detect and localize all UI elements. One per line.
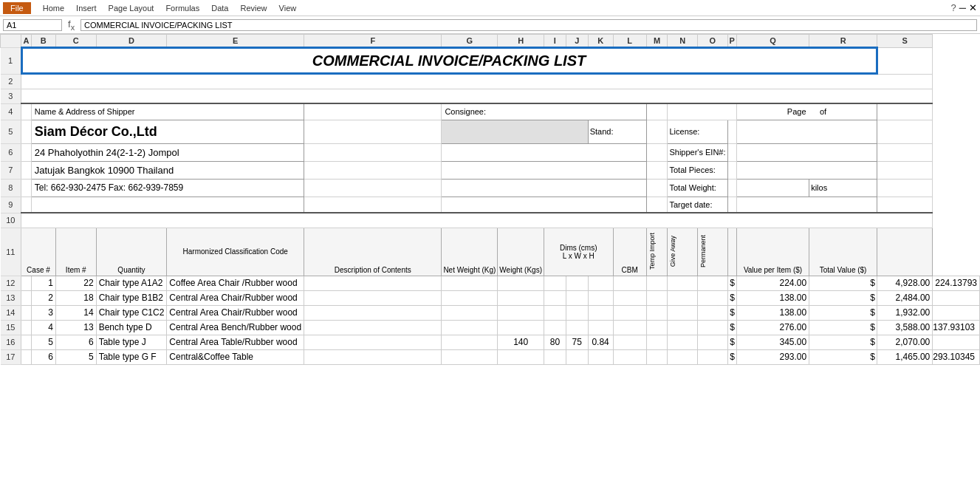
cell-description[interactable]: Coffee Area Chair /Rubber wood	[167, 276, 304, 290]
tab-formulas[interactable]: Formulas	[160, 2, 205, 14]
row-5: 5 Siam Décor Co.,Ltd Stand: License	[1, 120, 980, 143]
header-qty: Quantity	[96, 228, 167, 276]
cell-item[interactable]: 1	[31, 276, 55, 290]
spreadsheet: A B C D E F G H I J K L M N O P Q R S	[0, 34, 980, 365]
ein-value[interactable]	[736, 143, 877, 161]
row-2: 2	[1, 74, 980, 89]
header-weight: Weight (Kgs)	[498, 228, 544, 276]
col-E[interactable]: E	[167, 35, 304, 48]
name-box[interactable]	[3, 19, 62, 31]
row-7: 7 Jatujak Bangkok 10900 Thailand Total P…	[1, 161, 980, 179]
ein-label: Shipper's EIN#:	[668, 143, 727, 161]
col-A[interactable]: A	[21, 35, 32, 48]
table-row: 17 6 5 Table type G F Central&Coffee Tab…	[1, 349, 980, 364]
formula-icon: fx	[65, 18, 78, 32]
shipper-label: Name & Address of Shipper	[31, 103, 304, 120]
header-description: Description of Contents	[304, 228, 442, 276]
total-weight-label: Total Weight:	[668, 179, 727, 197]
header-harmonized: Harmonized Classification Code	[167, 228, 304, 276]
stand-label: Stand:	[588, 120, 646, 143]
title-cell[interactable]: COMMERCIAL INVOICE/PACKING LIST	[21, 47, 877, 74]
table-row: 12 1 22 Chair type A1A2 Coffee Area Chai…	[1, 276, 980, 290]
file-menu[interactable]: File	[3, 2, 31, 14]
page-label: Page of	[736, 103, 877, 120]
table-row: 16 5 6 Table type J Central Area Table/R…	[1, 335, 980, 349]
header-case: Case #	[21, 228, 56, 276]
table-row: 13 2 18 Chair type B1B2 Central Area Cha…	[1, 290, 980, 305]
col-P[interactable]: P	[727, 35, 736, 48]
col-H[interactable]: H	[498, 35, 544, 48]
header-temp-import: Temp Import	[646, 228, 668, 276]
cell-qty[interactable]: 22	[55, 276, 96, 290]
table-row: 15 4 13 Bench type D Central Area Bench/…	[1, 320, 980, 335]
shipper-name: Siam Décor Co.,Ltd	[31, 120, 304, 143]
shipper-tel: Tel: 662-930-2475 Fax: 662-939-7859	[31, 179, 304, 197]
col-M[interactable]: M	[646, 35, 668, 48]
header-total-value: Total Value ($)	[809, 228, 877, 276]
col-O[interactable]: O	[698, 35, 728, 48]
total-weight-value[interactable]	[736, 179, 809, 197]
row-10: 10	[1, 213, 980, 228]
col-D[interactable]: D	[96, 35, 167, 48]
total-pieces-label: Total Pieces:	[668, 161, 727, 179]
help-icon: ?	[951, 2, 956, 13]
cell-s1[interactable]	[877, 47, 933, 74]
col-C[interactable]: C	[55, 35, 96, 48]
target-date-label: Target date:	[668, 197, 727, 213]
row-8: 8 Tel: 662-930-2475 Fax: 662-939-7859 To…	[1, 179, 980, 197]
consignee-value[interactable]	[442, 120, 588, 143]
shipper-address1: 24 Phaholyothin 24(2-1-2) Jompol	[31, 143, 304, 161]
consignee-area5[interactable]	[442, 197, 647, 213]
tab-view[interactable]: View	[273, 2, 303, 14]
header-give-away: Give Away	[668, 228, 698, 276]
header-cbm: CBM	[613, 228, 646, 276]
col-R[interactable]: R	[809, 35, 877, 48]
col-N[interactable]: N	[668, 35, 698, 48]
total-pieces-value[interactable]	[736, 161, 877, 179]
tab-insert[interactable]: Insert	[70, 2, 103, 14]
col-B[interactable]: B	[31, 35, 55, 48]
row-4: 4 Name & Address of Shipper Consignee:	[1, 103, 980, 120]
row-11-header: 11 Case # Item # Quantity Harmonized Cla…	[1, 228, 980, 276]
license-label: License:	[668, 120, 727, 143]
kilos-label: kilos	[809, 179, 877, 197]
col-K[interactable]: K	[588, 35, 613, 48]
corner-cell	[1, 35, 21, 48]
col-S[interactable]: S	[877, 35, 933, 48]
row-3: 3	[1, 89, 980, 103]
consignee-area4[interactable]	[442, 179, 647, 197]
cell-extra[interactable]: 224.13793	[933, 276, 980, 290]
col-Q[interactable]: Q	[736, 35, 809, 48]
tab-home[interactable]: Home	[37, 2, 70, 14]
cell-b9[interactable]	[31, 197, 304, 213]
header-value-per-item: Value per Item ($)	[736, 228, 809, 276]
col-F[interactable]: F	[304, 35, 442, 48]
tab-data[interactable]: Data	[205, 2, 234, 14]
close-icon[interactable]: ✕	[969, 2, 977, 13]
row-1: 1 COMMERCIAL INVOICE/PACKING LIST	[1, 47, 980, 74]
shipper-address2: Jatujak Bangkok 10900 Thailand	[31, 161, 304, 179]
formula-bar[interactable]	[80, 19, 977, 31]
header-dims: Dims (cms) L x W x H	[544, 228, 613, 276]
col-I[interactable]: I	[544, 35, 566, 48]
rownum-1: 1	[1, 47, 21, 74]
col-G[interactable]: G	[442, 35, 498, 48]
row-9: 9 Target date:	[1, 197, 980, 213]
row-6: 6 24 Phaholyothin 24(2-1-2) Jompol Shipp…	[1, 143, 980, 161]
tab-page-layout[interactable]: Page Layout	[103, 2, 160, 14]
target-date-value[interactable]	[736, 197, 877, 213]
consignee-area2[interactable]	[442, 143, 647, 161]
tab-review[interactable]: Review	[234, 2, 273, 14]
col-J[interactable]: J	[566, 35, 588, 48]
grid-container: A B C D E F G H I J K L M N O P Q R S	[0, 34, 980, 492]
col-L[interactable]: L	[613, 35, 646, 48]
minimize-icon[interactable]: ─	[959, 2, 966, 13]
cell-harmonized[interactable]: Chair type A1A2	[96, 276, 167, 290]
header-item: Item #	[55, 228, 96, 276]
cell-total-val[interactable]: 4,928.00	[877, 276, 933, 290]
license-value[interactable]	[736, 120, 877, 143]
consignee-label: Consignee:	[442, 103, 647, 120]
header-net-weight: Net Weight (Kg)	[442, 228, 498, 276]
cell-value-per[interactable]: 224.00	[736, 276, 809, 290]
consignee-area3[interactable]	[442, 161, 647, 179]
